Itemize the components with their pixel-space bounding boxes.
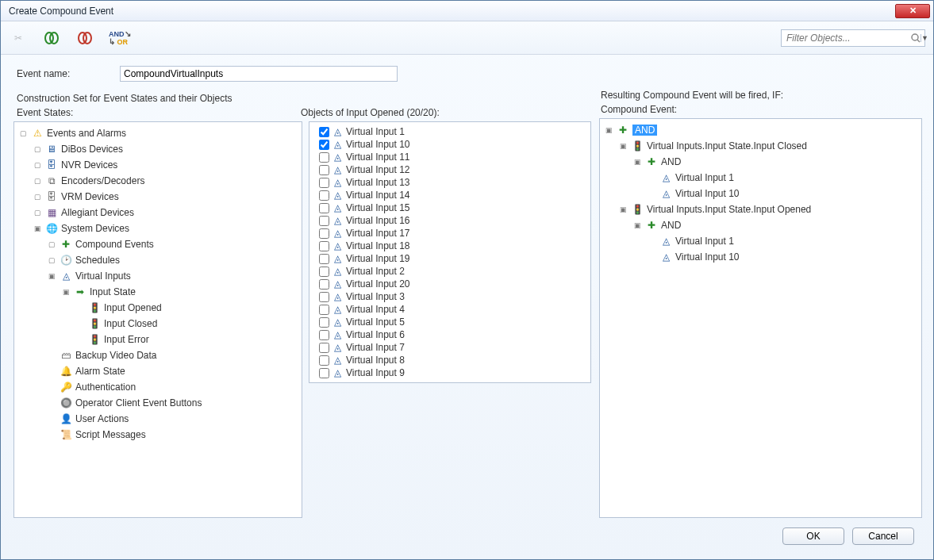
tree-node-user-actions[interactable]: 👤 User Actions — [16, 411, 300, 427]
object-row[interactable]: ◬Virtual Input 8 — [311, 354, 589, 366]
object-checkbox[interactable] — [319, 330, 329, 340]
object-row[interactable]: ◬Virtual Input 13 — [311, 176, 589, 189]
result-node-opened-vi10[interactable]: ◬ Virtual Input 10 — [602, 249, 920, 265]
expander-minus-icon[interactable]: ▣ — [33, 224, 42, 233]
expander-minus-icon[interactable]: ▣ — [619, 205, 628, 214]
expander-icon[interactable]: ▢ — [48, 256, 56, 265]
object-checkbox[interactable] — [319, 178, 329, 188]
event-name-input[interactable] — [120, 66, 398, 82]
compound-icon: ✚ — [645, 219, 658, 232]
insert-green-button[interactable] — [42, 29, 61, 48]
object-checkbox[interactable] — [319, 305, 329, 315]
object-checkbox[interactable] — [319, 267, 329, 277]
object-checkbox[interactable] — [319, 152, 329, 163]
object-checkbox[interactable] — [319, 279, 329, 290]
tree-node-vrm[interactable]: ▢ 🗄 VRM Devices — [16, 189, 300, 205]
object-row[interactable]: ◬Virtual Input 16 — [311, 214, 589, 227]
tree-node-compound-events[interactable]: ▢ ✚ Compound Events — [16, 236, 300, 252]
object-checkbox[interactable] — [319, 203, 329, 213]
tree-node-allegiant[interactable]: ▢ ▦ Allegiant Devices — [16, 205, 300, 221]
tree-node-system-devices[interactable]: ▣ 🌐 System Devices — [16, 221, 300, 236]
tree-node-input-opened[interactable]: 🚦 Input Opened — [16, 300, 300, 316]
expander-icon[interactable]: ▢ — [33, 145, 42, 154]
object-row[interactable]: ◬Virtual Input 3 — [311, 290, 589, 303]
expander-icon[interactable]: ▢ — [33, 193, 42, 201]
object-row[interactable]: ◬Virtual Input 9 — [311, 366, 589, 379]
object-row[interactable]: ◬Virtual Input 14 — [311, 189, 589, 201]
tree-node-operator-client-buttons[interactable]: 🔘 Operator Client Event Buttons — [16, 395, 300, 411]
event-states-caption: Event States: — [17, 107, 301, 118]
object-row[interactable]: ◬Virtual Input 17 — [311, 227, 589, 240]
tree-node-backup-video[interactable]: 🗃 Backup Video Data — [16, 347, 300, 363]
result-node-closed-vi1[interactable]: ◬ Virtual Input 1 — [602, 170, 920, 186]
tree-node-authentication[interactable]: 🔑 Authentication — [16, 379, 300, 395]
cancel-button[interactable]: Cancel — [852, 527, 914, 545]
object-checkbox[interactable] — [319, 241, 329, 251]
result-node-opened-vi1[interactable]: ◬ Virtual Input 1 — [602, 233, 920, 249]
object-row[interactable]: ◬Virtual Input 19 — [311, 252, 589, 265]
result-node-closed-path[interactable]: ▣ 🚦 Virtual Inputs.Input State.Input Clo… — [602, 138, 920, 154]
tree-node-events-and-alarms[interactable]: ▢ ⚠ Events and Alarms — [16, 125, 300, 141]
filter-objects-input[interactable] — [782, 33, 911, 44]
tree-node-alarm-state[interactable]: 🔔 Alarm State — [16, 363, 300, 379]
tree-node-script-messages[interactable]: 📜 Script Messages — [16, 427, 300, 443]
tree-node-virtual-inputs[interactable]: ▣ ◬ Virtual Inputs — [16, 268, 300, 284]
and-or-toggle-button[interactable]: AND↘ ↳ OR — [109, 30, 131, 46]
result-node-opened-and[interactable]: ▣ ✚ AND — [602, 217, 920, 233]
object-checkbox[interactable] — [319, 127, 329, 137]
object-row[interactable]: ◬Virtual Input 18 — [311, 240, 589, 252]
object-row[interactable]: ◬Virtual Input 11 — [311, 151, 589, 163]
object-label: Virtual Input 4 — [346, 304, 405, 315]
expander-minus-icon[interactable]: ▣ — [619, 142, 628, 151]
tree-label: Events and Alarms — [47, 128, 126, 139]
ok-button[interactable]: OK — [782, 527, 844, 545]
tree-node-input-state[interactable]: ▣ ➡ Input State — [16, 284, 300, 300]
virtual-input-icon: ◬ — [334, 228, 341, 239]
object-row[interactable]: ◬Virtual Input 4 — [311, 303, 589, 316]
object-checkbox[interactable] — [319, 254, 329, 264]
tree-node-dibos[interactable]: ▢ 🖥 DiBos Devices — [16, 141, 300, 157]
window-close-button[interactable]: ✕ — [895, 4, 930, 18]
object-row[interactable]: ◬Virtual Input 12 — [311, 163, 589, 176]
object-checkbox[interactable] — [319, 216, 329, 226]
tree-node-input-error[interactable]: 🚦 Input Error — [16, 332, 300, 347]
filter-dropdown-button[interactable]: ▼ — [921, 34, 928, 42]
expander-icon[interactable]: ▢ — [33, 161, 42, 170]
object-checkbox[interactable] — [319, 228, 329, 239]
object-row[interactable]: ◬Virtual Input 2 — [311, 265, 589, 278]
result-node-closed-vi10[interactable]: ◬ Virtual Input 10 — [602, 186, 920, 201]
object-checkbox[interactable] — [319, 165, 329, 175]
object-row[interactable]: ◬Virtual Input 10 — [311, 138, 589, 151]
tree-node-nvr[interactable]: ▢ 🗄 NVR Devices — [16, 157, 300, 173]
object-checkbox[interactable] — [319, 317, 329, 328]
insert-red-button[interactable] — [75, 29, 94, 48]
result-node-closed-and[interactable]: ▣ ✚ AND — [602, 154, 920, 170]
result-node-root-and[interactable]: ▣ ✚ AND — [602, 122, 920, 138]
tree-node-input-closed[interactable]: 🚦 Input Closed — [16, 316, 300, 332]
object-checkbox[interactable] — [319, 355, 329, 366]
expander-minus-icon[interactable]: ▣ — [62, 288, 71, 297]
object-row[interactable]: ◬Virtual Input 20 — [311, 278, 589, 290]
expander-minus-icon[interactable]: ▣ — [605, 126, 613, 135]
object-row[interactable]: ◬Virtual Input 15 — [311, 201, 589, 214]
expander-minus-icon[interactable]: ▣ — [633, 158, 642, 167]
expander-icon[interactable]: ▢ — [19, 129, 28, 138]
result-node-opened-path[interactable]: ▣ 🚦 Virtual Inputs.Input State.Input Ope… — [602, 201, 920, 217]
expander-icon[interactable]: ▢ — [33, 209, 42, 217]
object-row[interactable]: ◬Virtual Input 6 — [311, 328, 589, 341]
expander-icon[interactable]: ▢ — [48, 240, 56, 249]
expander-minus-icon[interactable]: ▣ — [633, 221, 642, 230]
object-row[interactable]: ◬Virtual Input 1 — [311, 125, 589, 138]
tree-node-schedules[interactable]: ▢ 🕑 Schedules — [16, 252, 300, 268]
object-checkbox[interactable] — [319, 190, 329, 201]
object-row[interactable]: ◬Virtual Input 5 — [311, 316, 589, 328]
object-checkbox[interactable] — [319, 368, 329, 378]
filter-search-button[interactable] — [911, 33, 921, 43]
object-checkbox[interactable] — [319, 140, 329, 150]
expander-icon[interactable]: ▢ — [33, 177, 42, 186]
object-checkbox[interactable] — [319, 343, 329, 353]
object-row[interactable]: ◬Virtual Input 7 — [311, 341, 589, 354]
object-checkbox[interactable] — [319, 292, 329, 302]
expander-minus-icon[interactable]: ▣ — [48, 272, 56, 281]
tree-node-encoders[interactable]: ▢ ⧉ Encoders/Decoders — [16, 173, 300, 189]
